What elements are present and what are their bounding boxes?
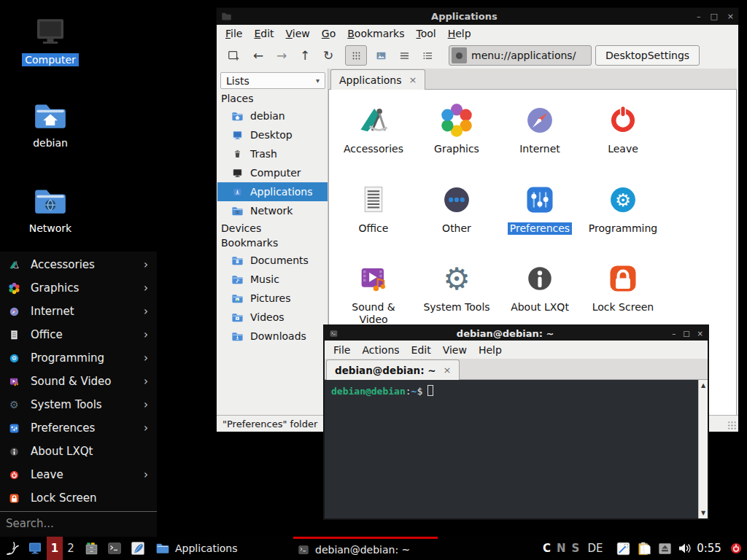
tab-applications[interactable]: Applications × xyxy=(330,69,425,90)
menu-item-system-tools[interactable]: System Tools › xyxy=(0,393,157,416)
maximize-icon[interactable]: □ xyxy=(710,12,717,21)
menu-actions[interactable]: Actions xyxy=(356,342,405,358)
file-manager-sidebar: Lists ▾ Places debian Desktop Trash Comp… xyxy=(217,69,328,416)
menu-item-preferences[interactable]: Preferences › xyxy=(0,416,157,440)
up-button[interactable]: ↑ xyxy=(294,45,316,66)
sidebar-item-label: Trash xyxy=(250,148,277,160)
tray-screenshot[interactable] xyxy=(613,537,633,560)
clock[interactable]: 0:55 xyxy=(694,537,724,560)
terminal-titlebar[interactable]: debian@debian: ~ – □ × xyxy=(325,326,708,341)
sidebar-item-applications[interactable]: Applications xyxy=(217,182,328,201)
leave-button[interactable] xyxy=(727,537,746,560)
tab-terminal[interactable]: debian@debian: ~ × xyxy=(326,359,460,380)
sidebar-item-pictures[interactable]: Pictures xyxy=(217,289,328,308)
grid-item-system-tools[interactable]: System Tools xyxy=(416,258,498,314)
sidebar-item-trash[interactable]: Trash xyxy=(217,144,328,163)
menu-item-accessories[interactable]: Accessories › xyxy=(0,253,157,276)
sidebar-mode-combobox[interactable]: Lists ▾ xyxy=(220,72,325,89)
icon-view-button[interactable] xyxy=(345,45,367,66)
close-icon[interactable]: × xyxy=(697,330,703,338)
grid-item-preferences[interactable]: Preferences xyxy=(499,179,581,235)
file-manager-titlebar[interactable]: Applications – □ × xyxy=(217,8,738,25)
close-icon[interactable]: × xyxy=(727,12,734,21)
grid-item-internet[interactable]: Internet xyxy=(499,100,581,155)
menu-file[interactable]: File xyxy=(220,26,248,42)
menu-item-office[interactable]: Office › xyxy=(0,323,157,346)
grid-item-leave[interactable]: Leave xyxy=(582,100,664,155)
sidebar-item-music[interactable]: Music xyxy=(217,270,328,289)
menu-item-label: Office xyxy=(31,328,63,341)
menu-view[interactable]: View xyxy=(437,342,473,358)
power-icon xyxy=(727,540,745,557)
menu-tool[interactable]: Tool xyxy=(410,26,441,42)
back-button[interactable]: ← xyxy=(247,45,269,66)
sidebar-item-network[interactable]: Network xyxy=(217,201,328,220)
quicklaunch-file-manager[interactable] xyxy=(80,537,102,560)
task-button-terminal[interactable]: debian@debian: ~ xyxy=(293,537,438,560)
workspace-2-button[interactable]: 2 xyxy=(64,537,77,560)
show-desktop-button[interactable] xyxy=(25,537,45,560)
menu-go[interactable]: Go xyxy=(316,26,341,42)
workspace-1-button[interactable]: 1 xyxy=(47,537,63,560)
grid-item-graphics[interactable]: Graphics xyxy=(416,100,498,155)
detailed-list-view-button[interactable] xyxy=(393,45,415,66)
tray-removable-media[interactable] xyxy=(655,537,674,560)
menu-file[interactable]: File xyxy=(328,342,356,358)
minimize-icon[interactable]: – xyxy=(672,330,676,338)
grid-item-accessories[interactable]: Accessories xyxy=(333,100,414,155)
menu-search-input[interactable]: Search... xyxy=(0,511,157,535)
scroll-down-icon[interactable]: ▼ xyxy=(701,510,705,516)
maximize-icon[interactable]: □ xyxy=(683,330,689,338)
tab-close-icon[interactable]: × xyxy=(409,74,417,85)
grid-item-office[interactable]: Office xyxy=(333,179,414,235)
menu-item-programming[interactable]: Programming › xyxy=(0,346,157,370)
menu-item-about-lxqt[interactable]: About LXQt xyxy=(0,440,157,463)
task-button-applications[interactable]: Applications xyxy=(152,537,292,560)
desktop-settings-button[interactable]: DesktopSettings xyxy=(595,45,700,66)
desktop-icon-network[interactable]: Network xyxy=(10,183,90,235)
forward-button[interactable]: → xyxy=(271,45,293,66)
compact-view-button[interactable] xyxy=(417,45,438,66)
menu-help[interactable]: Help xyxy=(473,342,508,358)
menu-bookmarks[interactable]: Bookmarks xyxy=(341,26,410,42)
menu-view[interactable]: View xyxy=(280,26,316,42)
sidebar-item-computer[interactable]: Computer xyxy=(217,163,328,182)
sidebar-item-debian[interactable]: debian xyxy=(217,106,328,125)
terminal-scrollbar[interactable]: ▲ ▼ xyxy=(698,380,708,518)
menu-help[interactable]: Help xyxy=(442,26,477,42)
new-tab-button[interactable] xyxy=(222,45,244,66)
thumbnail-view-button[interactable] xyxy=(370,45,392,66)
sidebar-item-videos[interactable]: Videos xyxy=(217,308,328,327)
menu-item-sound-video[interactable]: Sound & Video › xyxy=(0,370,157,393)
menu-edit[interactable]: Edit xyxy=(406,342,437,358)
tray-clipboard[interactable] xyxy=(634,537,654,560)
address-bar[interactable]: menu://applications/ xyxy=(449,45,592,66)
quicklaunch-terminal[interactable] xyxy=(104,537,125,560)
main-menu-button[interactable] xyxy=(1,537,23,560)
desktop-icon-debian[interactable]: debian xyxy=(10,98,90,149)
minimize-icon[interactable]: – xyxy=(697,12,701,21)
grid-item-programming[interactable]: Programming xyxy=(582,179,664,235)
grid-item-about-lxqt[interactable]: About LXQt xyxy=(499,258,581,314)
menu-item-leave[interactable]: Leave › xyxy=(0,463,157,486)
menu-edit[interactable]: Edit xyxy=(248,26,279,42)
menu-item-lock-screen[interactable]: Lock Screen xyxy=(0,486,157,510)
keyboard-indicator[interactable]: C N S xyxy=(543,537,579,560)
grid-item-lock-screen[interactable]: Lock Screen xyxy=(582,258,664,314)
sidebar-item-downloads[interactable]: Downloads xyxy=(217,327,328,346)
menu-item-graphics[interactable]: Graphics › xyxy=(0,276,157,300)
tray-volume[interactable] xyxy=(675,537,694,560)
keyboard-layout-indicator[interactable]: DE xyxy=(584,537,607,560)
sidebar-item-desktop[interactable]: Desktop xyxy=(217,125,328,144)
programming-icon xyxy=(603,179,643,220)
grid-item-other[interactable]: Other xyxy=(416,179,498,235)
reload-button[interactable]: ↻ xyxy=(317,45,339,66)
quicklaunch-featherpad[interactable] xyxy=(127,537,149,560)
terminal-screen[interactable]: debian@debian:~$ xyxy=(325,380,698,518)
grid-item-sound-video[interactable]: Sound & Video xyxy=(333,258,414,326)
tab-close-icon[interactable]: × xyxy=(444,365,452,376)
desktop-icon-computer[interactable]: Computer xyxy=(10,12,90,66)
scroll-up-icon[interactable]: ▲ xyxy=(701,382,705,389)
sidebar-item-documents[interactable]: Documents xyxy=(217,251,328,270)
menu-item-internet[interactable]: Internet › xyxy=(0,300,157,323)
